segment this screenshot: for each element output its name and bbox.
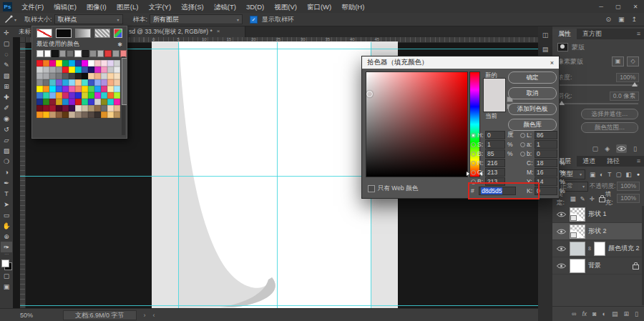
sample-dropdown[interactable]: 所有图层▾: [150, 14, 243, 24]
color-swatch[interactable]: [49, 66, 56, 73]
color-swatch[interactable]: [101, 60, 107, 66]
radio-L[interactable]: [520, 133, 525, 138]
tab-histogram[interactable]: 直方图: [577, 29, 608, 39]
value-input[interactable]: 0: [535, 149, 557, 158]
mask-apply-icon[interactable]: ◈: [605, 145, 610, 152]
feather-slider-knob[interactable]: [559, 101, 565, 105]
color-swatch[interactable]: [56, 79, 62, 86]
color-swatch[interactable]: [62, 99, 69, 105]
layer-row[interactable]: 8颜色填充 2: [552, 240, 642, 257]
eraser-tool[interactable]: ▱: [1, 134, 12, 145]
panel-menu-icon[interactable]: ≡: [633, 156, 644, 167]
color-swatch[interactable]: [88, 73, 94, 79]
color-swatch[interactable]: [114, 112, 120, 118]
color-swatch[interactable]: [49, 92, 56, 99]
color-swatch[interactable]: [43, 60, 49, 66]
color-swatch[interactable]: [56, 92, 62, 99]
feather-slider[interactable]: [558, 103, 638, 104]
collapse-properties-icon[interactable]: ◫: [542, 31, 549, 39]
layer-row[interactable]: 形状 2: [552, 223, 642, 240]
color-swatch[interactable]: [36, 112, 43, 118]
menu-item-7[interactable]: 3D(D): [241, 1, 269, 13]
color-swatch[interactable]: [94, 86, 101, 92]
color-swatch[interactable]: [49, 79, 56, 86]
quick-selection-tool[interactable]: ✎: [1, 59, 12, 70]
color-swatch[interactable]: [94, 60, 101, 66]
add-pixel-mask-button[interactable]: ▣: [612, 56, 624, 66]
color-swatch[interactable]: [88, 86, 94, 92]
dialog-title-bar[interactable]: 拾色器（填充颜色） ×: [362, 56, 559, 69]
guide-horizontal-3[interactable]: [20, 305, 538, 306]
value-input[interactable]: 18: [535, 159, 557, 167]
color-swatch[interactable]: [56, 86, 62, 92]
mask-load-selection-icon[interactable]: ▢: [592, 145, 599, 152]
color-swatch[interactable]: [114, 73, 120, 79]
dodge-tool[interactable]: ◑: [1, 167, 12, 177]
hue-slider-arrow-left[interactable]: [467, 172, 469, 176]
layer-thumbnail[interactable]: [570, 224, 585, 239]
filter-toggle-icon[interactable]: ●: [637, 172, 640, 177]
color-swatch[interactable]: [62, 86, 69, 92]
color-swatch[interactable]: [114, 79, 120, 86]
layer-visibility-icon[interactable]: [555, 229, 567, 234]
color-swatch[interactable]: [82, 79, 88, 86]
color-libraries-button[interactable]: 颜色库: [508, 119, 557, 131]
radio-H[interactable]: [471, 133, 476, 138]
color-swatch[interactable]: [36, 60, 43, 66]
color-swatch[interactable]: [69, 66, 75, 73]
color-swatch[interactable]: [43, 73, 49, 79]
eyedropper-tool[interactable]: ✑: [1, 242, 12, 252]
color-swatch[interactable]: [101, 66, 107, 73]
color-swatch[interactable]: [114, 92, 120, 99]
color-swatch[interactable]: [36, 99, 43, 105]
menu-item-2[interactable]: 图像(I): [82, 1, 112, 13]
color-swatch[interactable]: [36, 73, 43, 79]
color-swatch[interactable]: [43, 86, 49, 92]
color-swatch[interactable]: [36, 92, 43, 99]
minimize-button[interactable]: ─: [592, 1, 610, 13]
color-swatch[interactable]: [94, 105, 101, 112]
color-swatch[interactable]: [49, 105, 56, 112]
history-brush-tool[interactable]: ↺: [1, 124, 12, 134]
close-button[interactable]: ✕: [627, 1, 644, 13]
color-swatch[interactable]: [69, 99, 75, 105]
color-swatch[interactable]: [69, 86, 75, 92]
color-swatch[interactable]: [101, 79, 107, 86]
lasso-tool[interactable]: ◌: [1, 49, 12, 59]
color-range-button[interactable]: 颜色范围…: [581, 122, 638, 133]
tab-paths[interactable]: 路径: [601, 156, 625, 167]
color-swatch[interactable]: [56, 112, 62, 118]
recent-swatch[interactable]: [44, 50, 52, 57]
layer-visibility-icon[interactable]: [555, 212, 567, 217]
color-swatch[interactable]: [94, 112, 101, 118]
density-value[interactable]: 100%: [616, 73, 639, 82]
color-swatch[interactable]: [69, 60, 75, 66]
layer-thumbnail[interactable]: [570, 207, 585, 222]
tab-close-icon[interactable]: ×: [217, 26, 220, 37]
layer-visibility-icon[interactable]: [555, 263, 567, 269]
color-swatch[interactable]: [62, 105, 69, 112]
add-to-swatches-button[interactable]: 添加到色板: [508, 103, 557, 115]
menu-item-1[interactable]: 编辑(E): [49, 1, 82, 13]
search-icon[interactable]: ⊙: [605, 16, 611, 23]
color-swatch[interactable]: [107, 73, 114, 79]
marquee-tool[interactable]: ▢: [1, 38, 12, 49]
healing-brush-tool[interactable]: ✚: [1, 92, 12, 102]
color-swatch[interactable]: [43, 99, 49, 105]
color-swatch[interactable]: [101, 86, 107, 92]
color-swatch[interactable]: [56, 105, 62, 112]
filter-pixel-layers-icon[interactable]: ▣: [590, 171, 595, 178]
show-sampling-ring-checkbox[interactable]: ✓: [250, 16, 258, 24]
color-swatch[interactable]: [62, 60, 69, 66]
color-swatch[interactable]: [101, 92, 107, 99]
workspace-icon[interactable]: ▣: [618, 16, 625, 23]
value-input[interactable]: 85: [485, 149, 505, 158]
color-swatch[interactable]: [75, 79, 82, 86]
color-swatch[interactable]: [114, 105, 120, 112]
color-swatch[interactable]: [82, 73, 88, 79]
menu-item-9[interactable]: 窗口(W): [302, 1, 336, 13]
ok-button[interactable]: 确定: [508, 71, 557, 84]
color-swatch[interactable]: [49, 99, 56, 105]
color-swatch[interactable]: [107, 66, 114, 73]
dialog-close-icon[interactable]: ×: [550, 59, 554, 66]
